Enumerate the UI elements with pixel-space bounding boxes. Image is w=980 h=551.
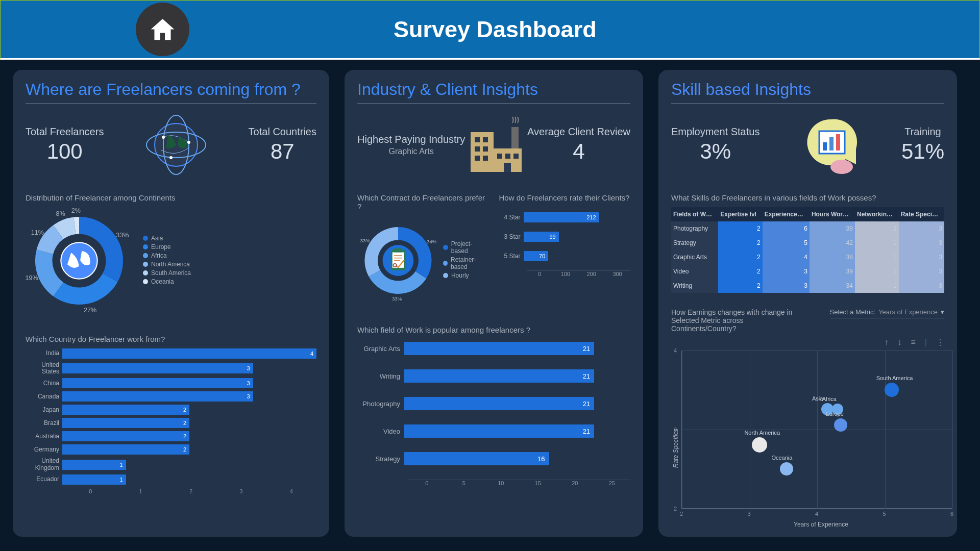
kpi-highest-paying: Highest Paying Industry Graphic Arts <box>357 134 465 156</box>
svg-rect-34 <box>393 253 404 268</box>
header: Survey Dashboard <box>0 0 980 60</box>
chevron-down-icon: ▾ <box>941 308 944 316</box>
bar-chart-country[interactable]: India4United States3China3Canada3Japan2B… <box>26 348 316 494</box>
divider: | <box>925 338 927 347</box>
svg-point-3 <box>162 136 165 139</box>
page-title: Survey Dashboard <box>394 16 597 43</box>
chart-title-scatter: How Earnings changes with change in Sele… <box>671 308 804 333</box>
kpi-label: Highest Paying Industry <box>357 134 465 145</box>
panel-title-left: Where are Freelancers coming from ? <box>26 80 316 104</box>
svg-rect-20 <box>475 156 480 161</box>
kpi-label: Total Countries <box>249 126 316 138</box>
panel-title-right: Skill based Insights <box>671 80 944 104</box>
svg-rect-17 <box>483 137 488 142</box>
kpi-value: 4 <box>527 139 630 164</box>
svg-rect-24 <box>505 154 510 159</box>
kpi-total-freelancers: Total Freelancers 100 <box>26 126 104 164</box>
svg-text:2%: 2% <box>71 207 81 214</box>
kpi-value: 51% <box>901 139 944 164</box>
factory-icon <box>465 112 527 178</box>
skills-icon <box>800 112 861 178</box>
svg-point-4 <box>187 141 190 144</box>
svg-text:11%: 11% <box>31 229 44 236</box>
kpi-value: 100 <box>26 139 104 164</box>
chart-title-continents: Distribution of Freelancer among Contine… <box>26 193 316 202</box>
chart-title-country: Which Country do Freelancer work from? <box>26 335 316 343</box>
svg-rect-15 <box>471 132 494 172</box>
kpi-value: 87 <box>249 139 316 164</box>
svg-text:33%: 33% <box>116 232 129 239</box>
svg-rect-42 <box>829 137 834 151</box>
bar-chart-field[interactable]: Graphic Arts21Writing21Photography21Vide… <box>357 342 630 486</box>
more-icon[interactable]: ⋮ <box>936 338 944 347</box>
svg-text:8%: 8% <box>56 210 65 217</box>
panel-skills: Skill based Insights Employment Status 3… <box>658 70 957 537</box>
home-button[interactable] <box>136 3 189 56</box>
chart-title-contract: Which Contract do Freelancers prefer ? <box>357 193 489 211</box>
kpi-training: Training 51% <box>901 126 944 164</box>
kpi-label: Employment Status <box>671 126 760 138</box>
svg-text:33%: 33% <box>360 238 371 243</box>
svg-rect-21 <box>483 156 488 161</box>
globe-icon <box>145 112 207 178</box>
kpi-label: Training <box>901 126 944 138</box>
legend-contract: Project-basedRetainer-basedHourly <box>443 240 489 281</box>
chart-title-skills-table: What Skills do Freelancers in various fi… <box>671 193 944 202</box>
svg-rect-18 <box>475 146 480 152</box>
svg-rect-27 <box>511 127 519 148</box>
svg-text:27%: 27% <box>84 307 96 314</box>
svg-rect-16 <box>475 137 480 142</box>
svg-rect-43 <box>836 134 840 151</box>
svg-rect-26 <box>504 163 511 172</box>
svg-rect-19 <box>483 146 488 152</box>
kpi-avg-review: Average Client Review 4 <box>527 126 630 164</box>
svg-rect-41 <box>823 142 827 151</box>
bar-chart-rating[interactable]: 4 Star2123 Star995 Star700100200300 <box>499 212 631 277</box>
donut-chart-continents[interactable]: 33%27%19%11%8%2% <box>26 207 133 314</box>
kpi-label: Average Client Review <box>527 126 630 138</box>
kpi-sublabel: Graphic Arts <box>357 147 465 156</box>
kpi-employment: Employment Status 3% <box>671 126 760 164</box>
chart-title-field: Which field of Work is popular among fre… <box>357 325 630 334</box>
sort-asc-icon[interactable]: ↑ <box>885 338 889 347</box>
svg-point-5 <box>169 156 173 159</box>
skills-heatmap-table[interactable]: Fields of W…Expertise lvlExperience…Hour… <box>671 207 944 293</box>
svg-rect-25 <box>513 154 519 159</box>
donut-chart-contract[interactable]: 34%33%33% <box>357 216 439 305</box>
panel-industry: Industry & Client Insights Highest Payin… <box>345 70 643 537</box>
legend-continents: AsiaEuropeAfricaNorth AmericaSouth Ameri… <box>143 235 191 287</box>
svg-text:19%: 19% <box>26 274 38 282</box>
svg-rect-35 <box>394 248 402 253</box>
svg-rect-23 <box>497 154 502 159</box>
kpi-value: 3% <box>671 139 760 164</box>
x-axis-label: Years of Experience <box>794 521 848 528</box>
y-axis-label: Rate Specifics <box>672 429 679 468</box>
settings-icon[interactable]: ≡ <box>911 338 916 347</box>
panel-title-mid: Industry & Client Insights <box>357 80 630 104</box>
donut-continents: 33%27%19%11%8%2% AsiaEuropeAfricaNorth A… <box>26 207 316 314</box>
kpi-label: Total Freelancers <box>26 126 104 138</box>
panel-freelancers: Where are Freelancers coming from ? Tota… <box>13 70 329 537</box>
svg-text:33%: 33% <box>392 296 402 302</box>
main-content: Where are Freelancers coming from ? Tota… <box>0 60 980 547</box>
select-label: Select a Metric: <box>830 308 876 316</box>
scatter-plot[interactable]: 23456234South AmericaAsiaAfricaEuropeNor… <box>681 350 952 509</box>
svg-point-44 <box>830 160 853 174</box>
sort-desc-icon[interactable]: ↓ <box>898 338 902 347</box>
chart-toolbar: ↑ ↓ ≡ | ⋮ <box>671 338 944 347</box>
chart-title-rating: How do Freelancers rate their Clients? <box>499 193 631 202</box>
select-value: Years of Experience <box>878 308 938 316</box>
svg-text:34%: 34% <box>427 239 437 244</box>
metric-select[interactable]: Select a Metric: Years of Experience ▾ <box>830 308 944 318</box>
home-icon <box>149 15 177 43</box>
kpi-total-countries: Total Countries 87 <box>249 126 316 164</box>
